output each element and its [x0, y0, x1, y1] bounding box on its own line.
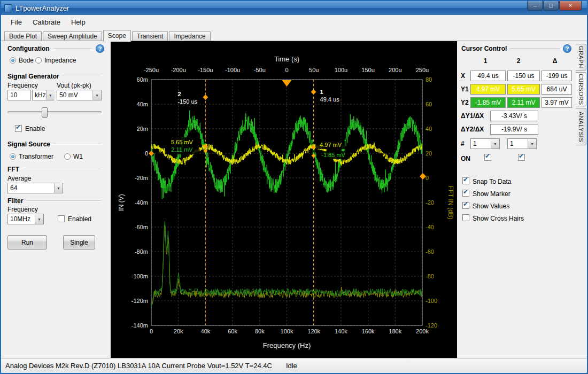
filter-enabled-checkbox[interactable]: ✔: [58, 215, 65, 222]
radio-bode[interactable]: Bode: [10, 57, 34, 64]
svg-text:Frequency (Hz): Frequency (Hz): [263, 341, 311, 349]
title-bar[interactable]: LTpowerAnalyzer – □ ×: [1, 1, 587, 15]
y2-row-label: Y2: [461, 99, 469, 106]
svg-text:-140m: -140m: [131, 322, 148, 329]
svg-text:-40m: -40m: [135, 199, 148, 206]
dropdown-arrow-icon: ▼: [491, 139, 499, 149]
on-row-label: ON: [461, 155, 470, 162]
close-button[interactable]: ×: [559, 1, 582, 11]
menu-file[interactable]: File: [5, 16, 27, 28]
close-icon: ×: [569, 3, 572, 9]
tab-transient[interactable]: Transient: [132, 31, 168, 41]
divider-line: [510, 48, 560, 49]
radio-icon: [64, 153, 71, 160]
side-tab-cursors[interactable]: CURSORS: [576, 72, 586, 106]
show-marker-checkbox[interactable]: ✔: [462, 190, 469, 197]
svg-text:80: 80: [425, 76, 432, 83]
frequency-unit-dropdown[interactable]: kHz ▼: [32, 90, 54, 100]
svg-text:50u: 50u: [309, 67, 319, 73]
delta-y1-value: 684 uV: [541, 84, 572, 95]
average-dropdown[interactable]: 64 ▼: [7, 183, 63, 193]
window-controls: – □ ×: [527, 1, 582, 11]
svg-text:-120m: -120m: [131, 298, 148, 304]
enable-checkbox[interactable]: ✔: [15, 125, 22, 132]
cursor1-trace-value: 1: [471, 140, 491, 147]
help-icon[interactable]: ?: [563, 44, 571, 53]
svg-text:-150u: -150u: [198, 67, 213, 73]
dy1dx-label: ΔY1/ΔX: [461, 112, 484, 120]
svg-text:-1.85 mV: -1.85 mV: [321, 152, 345, 158]
dropdown-arrow-icon: ▼: [54, 183, 63, 193]
divider-line: [53, 144, 101, 145]
filter-section-header: Filter: [7, 197, 104, 205]
svg-text:40: 40: [425, 126, 432, 132]
snap-to-data-checkbox[interactable]: ✔: [462, 177, 469, 184]
cursor2-trace-dropdown[interactable]: 1 ▼: [507, 138, 537, 149]
check-icon: ✔: [463, 176, 468, 183]
maximize-icon: □: [549, 3, 553, 9]
svg-text:-100m: -100m: [131, 273, 148, 279]
side-tab-strip: GRAPH CURSORS ANALYSIS: [576, 41, 587, 358]
cursor1-trace-dropdown[interactable]: 1 ▼: [470, 138, 500, 149]
run-button[interactable]: Run: [7, 235, 47, 250]
radio-w1[interactable]: W1: [64, 153, 83, 160]
frequency-input[interactable]: 10: [7, 90, 31, 100]
column-header-delta: Δ: [551, 57, 559, 65]
cursor2-on-checkbox[interactable]: ✔: [518, 154, 525, 161]
svg-text:-50u: -50u: [254, 67, 266, 73]
amplitude-slider-thumb[interactable]: [42, 107, 48, 118]
menu-help[interactable]: Help: [66, 16, 91, 28]
amplitude-slider-track[interactable]: [7, 111, 102, 113]
cursor2-y1-value: 5.65 mV: [507, 84, 540, 95]
svg-text:-60m: -60m: [135, 224, 148, 230]
minimize-button[interactable]: –: [527, 1, 543, 11]
svg-text:60k: 60k: [228, 328, 237, 334]
check-icon: ✔: [16, 123, 21, 131]
svg-text:0: 0: [285, 67, 288, 73]
cursor-control-panel: Cursor Control ? 1 2 Δ X 49.4 us -150 us…: [457, 41, 576, 358]
x-row-label: X: [461, 72, 465, 80]
maximize-button[interactable]: □: [543, 1, 559, 11]
svg-text:0: 0: [150, 328, 153, 334]
tab-impedance[interactable]: Impedance: [169, 31, 210, 41]
radio-transformer[interactable]: Transformer: [10, 153, 53, 160]
tab-bode-plot[interactable]: Bode Plot: [4, 31, 42, 41]
tab-scope[interactable]: Scope: [103, 30, 131, 42]
run-button-label: Run: [21, 239, 33, 246]
delta-y2-value: 3.97 mV: [541, 97, 572, 108]
svg-text:-40: -40: [425, 224, 434, 230]
svg-text:60m: 60m: [137, 76, 148, 83]
help-icon[interactable]: ?: [96, 44, 104, 53]
radio-transformer-label: Transformer: [19, 153, 53, 160]
svg-text:140k: 140k: [335, 328, 347, 334]
scope-plot[interactable]: -250u-200u-150u-100u-50u050u100u150u200u…: [111, 41, 457, 358]
radio-icon: [35, 57, 42, 64]
svg-text:-20: -20: [425, 199, 434, 206]
svg-text:150u: 150u: [361, 67, 374, 73]
side-tab-graph[interactable]: GRAPH: [576, 44, 586, 71]
show-values-checkbox[interactable]: ✔: [462, 202, 469, 209]
show-cross-hairs-checkbox[interactable]: ✔: [462, 214, 469, 221]
average-label: Average: [7, 175, 31, 182]
fft-section-header: FFT: [7, 166, 104, 173]
scope-chart[interactable]: -250u-200u-150u-100u-50u050u100u150u200u…: [111, 41, 457, 358]
vout-dropdown[interactable]: 50 mV ▼: [57, 90, 102, 100]
show-marker-label: Show Marker: [473, 190, 510, 198]
svg-text:IN (V): IN (V): [118, 194, 125, 211]
cursor1-on-checkbox[interactable]: ✔: [484, 154, 491, 161]
filter-frequency-dropdown[interactable]: 10MHz ▼: [7, 214, 44, 224]
fft-title: FFT: [7, 166, 19, 173]
dy2dx-value: -19.9V/ s: [490, 124, 538, 135]
side-tab-analysis[interactable]: ANALYSIS: [576, 108, 586, 145]
window-title: LTpowerAnalyzer: [16, 4, 69, 12]
check-icon: ✔: [485, 152, 490, 160]
app-window: LTpowerAnalyzer – □ × File Calibrate Hel…: [0, 0, 588, 374]
radio-impedance[interactable]: Impedance: [35, 57, 76, 64]
single-button[interactable]: Single: [63, 235, 95, 250]
frequency-unit-value: kHz: [33, 91, 46, 99]
tab-sweep-amplitude[interactable]: Sweep Amplitude: [43, 31, 102, 41]
dropdown-arrow-icon: ▼: [92, 90, 101, 100]
check-icon: ✔: [463, 200, 468, 208]
svg-text:-20m: -20m: [135, 175, 148, 181]
menu-calibrate[interactable]: Calibrate: [27, 16, 66, 28]
